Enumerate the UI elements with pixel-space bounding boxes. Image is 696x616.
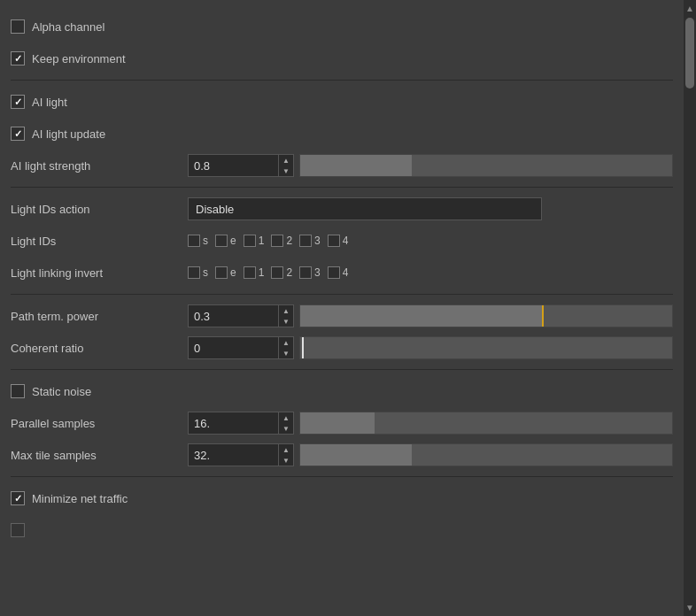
parallel-samples-down[interactable]: ▼ — [279, 423, 293, 434]
coherent-ratio-label: Coherent ratio — [11, 342, 188, 355]
light-ids-action-value: Disable — [196, 203, 534, 216]
link-invert-e-label: e — [230, 266, 236, 279]
link-invert-2-label: 2 — [286, 266, 292, 279]
max-tile-samples-fill — [300, 444, 412, 466]
minimize-net-traffic-row: Minimize net traffic — [11, 482, 673, 514]
light-ids-group: s e 1 2 3 — [188, 235, 673, 247]
settings-panel: Alpha channel Keep environment AI light … — [0, 0, 696, 616]
light-id-e-checkbox[interactable] — [215, 235, 228, 247]
coherent-ratio-slider[interactable] — [299, 336, 673, 359]
path-term-power-slider[interactable] — [299, 304, 673, 327]
light-id-s-label: s — [203, 235, 208, 247]
ai-light-strength-value[interactable]: 0.8 — [189, 159, 278, 173]
scrollbar-up-arrow[interactable]: ▲ — [685, 4, 694, 13]
light-ids-action-row: Light IDs action Disable — [11, 193, 673, 225]
ai-light-strength-arrows: ▲ ▼ — [278, 155, 293, 176]
ai-light-strength-spinner[interactable]: 0.8 ▲ ▼ — [188, 154, 294, 177]
path-term-power-down[interactable]: ▼ — [279, 316, 293, 327]
link-invert-2-checkbox[interactable] — [271, 266, 283, 279]
light-linking-invert-row: Light linking invert s e 1 2 — [11, 257, 673, 289]
coherent-ratio-up[interactable]: ▲ — [279, 337, 293, 348]
light-linking-group: s e 1 2 3 — [188, 266, 673, 279]
parallel-samples-up[interactable]: ▲ — [279, 412, 293, 423]
light-id-1: 1 — [244, 235, 265, 247]
path-term-power-label: Path term. power — [11, 310, 188, 323]
max-tile-samples-arrows: ▲ ▼ — [278, 444, 293, 466]
scrollbar-thumb[interactable] — [685, 18, 694, 89]
path-term-power-spinner[interactable]: 0.3 ▲ ▼ — [188, 304, 294, 327]
max-tile-samples-slider[interactable] — [299, 443, 673, 466]
keep-environment-checkbox[interactable] — [11, 51, 25, 65]
link-invert-1-label: 1 — [259, 266, 265, 279]
path-term-power-row: Path term. power 0.3 ▲ ▼ — [11, 300, 673, 332]
coherent-ratio-down[interactable]: ▼ — [279, 348, 293, 358]
parallel-samples-value[interactable]: 16. — [189, 417, 278, 430]
divider-4 — [11, 369, 673, 370]
ai-light-strength-up[interactable]: ▲ — [279, 155, 293, 166]
link-invert-2: 2 — [271, 266, 292, 279]
link-invert-e: e — [215, 266, 236, 279]
link-invert-1: 1 — [244, 266, 265, 279]
link-invert-1-checkbox[interactable] — [244, 266, 256, 279]
light-id-e: e — [215, 235, 236, 247]
static-noise-checkbox[interactable] — [11, 384, 25, 398]
coherent-ratio-cursor — [302, 337, 304, 358]
light-id-3-checkbox[interactable] — [299, 235, 312, 247]
ai-light-label: AI light — [32, 96, 209, 109]
light-id-3: 3 — [299, 235, 321, 247]
coherent-ratio-arrows: ▲ ▼ — [278, 337, 293, 358]
light-id-1-label: 1 — [259, 235, 265, 247]
path-term-power-up[interactable]: ▲ — [279, 305, 293, 316]
ai-light-checkbox[interactable] — [11, 95, 25, 109]
link-invert-4-checkbox[interactable] — [328, 266, 340, 279]
light-id-2-checkbox[interactable] — [271, 235, 283, 247]
coherent-ratio-value[interactable]: 0 — [189, 342, 278, 355]
link-invert-4: 4 — [328, 266, 349, 279]
divider-3 — [11, 294, 673, 295]
max-tile-samples-spinner[interactable]: 32. ▲ ▼ — [188, 443, 294, 466]
light-id-2-label: 2 — [286, 235, 292, 247]
alpha-channel-row: Alpha channel — [11, 11, 673, 42]
light-id-4-checkbox[interactable] — [328, 235, 340, 247]
light-ids-label: Light IDs — [11, 235, 188, 248]
light-id-s-checkbox[interactable] — [188, 235, 200, 247]
ai-light-update-checkbox[interactable] — [11, 127, 25, 141]
link-invert-s: s — [188, 266, 208, 279]
ai-light-strength-slider[interactable] — [299, 154, 673, 177]
ai-light-strength-down[interactable]: ▼ — [279, 166, 293, 176]
light-id-1-checkbox[interactable] — [244, 235, 256, 247]
parallel-samples-spinner[interactable]: 16. ▲ ▼ — [188, 412, 294, 435]
static-noise-label: Static noise — [32, 385, 209, 398]
minimize-net-traffic-checkbox[interactable] — [11, 491, 25, 505]
path-term-power-value[interactable]: 0.3 — [189, 310, 278, 323]
bottom-partial-row — [11, 514, 673, 546]
path-term-power-arrows: ▲ ▼ — [278, 305, 293, 327]
path-term-power-marker — [542, 305, 544, 327]
link-invert-3-label: 3 — [314, 266, 321, 279]
parallel-samples-arrows: ▲ ▼ — [278, 412, 293, 434]
coherent-ratio-spinner[interactable]: 0 ▲ ▼ — [188, 336, 294, 359]
path-term-power-fill — [300, 305, 542, 327]
max-tile-samples-up[interactable]: ▲ — [279, 444, 293, 455]
bottom-partial-checkbox[interactable] — [11, 523, 25, 537]
link-invert-3-checkbox[interactable] — [299, 266, 312, 279]
scrollbar-down-arrow[interactable]: ▼ — [685, 603, 694, 612]
link-invert-s-checkbox[interactable] — [188, 266, 200, 279]
light-ids-action-label: Light IDs action — [11, 203, 188, 216]
divider-1 — [11, 80, 673, 81]
ai-light-strength-row: AI light strength 0.8 ▲ ▼ — [11, 150, 673, 181]
max-tile-samples-value[interactable]: 32. — [189, 449, 278, 462]
alpha-channel-checkbox[interactable] — [11, 19, 25, 34]
static-noise-row: Static noise — [11, 375, 673, 407]
parallel-samples-slider[interactable] — [299, 412, 673, 435]
max-tile-samples-row: Max tile samples 32. ▲ ▼ — [11, 439, 673, 471]
ai-light-update-row: AI light update — [11, 118, 673, 150]
link-invert-e-checkbox[interactable] — [215, 266, 228, 279]
max-tile-samples-down[interactable]: ▼ — [279, 455, 293, 466]
light-id-e-label: e — [230, 235, 236, 247]
keep-environment-row: Keep environment — [11, 42, 673, 74]
light-id-s: s — [188, 235, 208, 247]
scrollbar[interactable]: ▲ ▼ — [684, 0, 696, 616]
light-ids-action-dropdown[interactable]: Disable — [188, 197, 542, 220]
keep-environment-label: Keep environment — [32, 52, 209, 65]
